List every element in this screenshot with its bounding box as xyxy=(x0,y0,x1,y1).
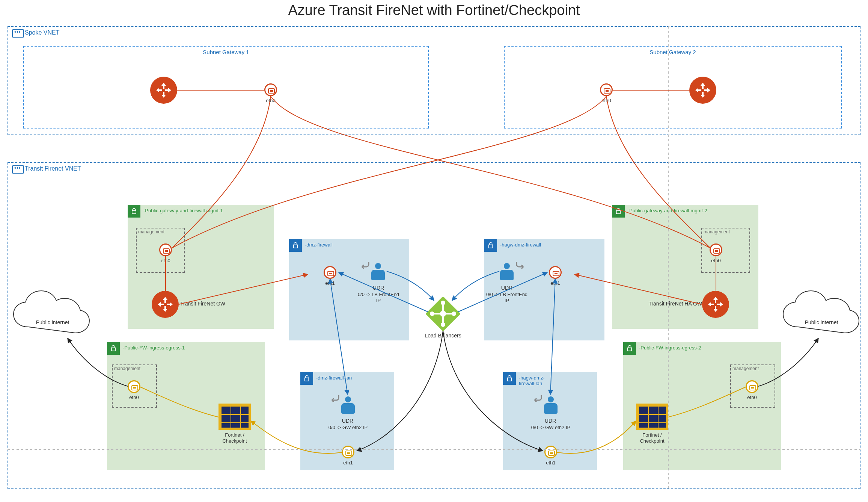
udr-lan-text-1: 0/0 -> GW eth2 IP xyxy=(324,425,372,431)
load-balancer-label: Load Balancers xyxy=(417,333,469,339)
ingress1-eth0-iface xyxy=(128,380,140,393)
firewall-1 xyxy=(219,404,251,430)
transit-gw-label: Transit FireNet GW xyxy=(180,301,240,307)
lock-badge xyxy=(128,205,140,218)
svg-point-25 xyxy=(442,323,445,326)
subnet-gateway-2: Subnet Gateway 2 xyxy=(504,46,842,129)
transit-gw-eth0-icon xyxy=(159,243,172,256)
udr-icon-1 xyxy=(370,263,386,282)
transit-gw-ha-eth0-icon xyxy=(710,243,722,256)
lock-badge xyxy=(484,239,497,252)
udr-text-2: 0/0 -> LB FrontEnd IP xyxy=(484,292,529,303)
transit-vnet-label: Transit Firenet VNET xyxy=(25,165,81,172)
svg-rect-11 xyxy=(555,273,558,274)
load-balancer-icon xyxy=(426,297,460,331)
lock-badge xyxy=(623,342,636,355)
dmz1-eth1-label: eth1 xyxy=(324,280,336,286)
internet-cloud-right xyxy=(779,289,862,338)
sg-mgmt-2-label: -Public-gateway-and-firewall-mgmt-2 xyxy=(628,208,707,213)
svg-rect-1 xyxy=(270,90,273,92)
mgmt-label-2: management xyxy=(704,229,730,234)
udr-text-1: 0/0 -> LB FrontEnd IP xyxy=(356,292,401,303)
udr-lan-icon-2 xyxy=(542,396,559,415)
ingress2-eth0-label: eth0 xyxy=(746,395,758,400)
internet-cloud-left xyxy=(10,289,92,338)
svg-point-27 xyxy=(431,312,434,315)
spoke1-eth0-label: eth0 xyxy=(265,98,276,103)
dmz2-eth1-label: eth1 xyxy=(550,280,561,286)
transit-gw-ha-label: Transit FireNet HA GW xyxy=(634,301,702,307)
lock-badge xyxy=(107,342,120,355)
sg-ingress-1-label: -Public-FW-ingress-egress-1 xyxy=(123,345,185,351)
diagram-canvas: Azure Transit FireNet with Fortinet/Chec… xyxy=(0,0,868,502)
dmz-firewall-lan-2-label: -hagw-dmz-firewall-lan xyxy=(519,375,560,386)
svg-rect-5 xyxy=(165,250,168,252)
svg-point-23 xyxy=(442,301,445,304)
spoke-vnet-box: Spoke VNET Subnet Gateway 1 Subnet Gatew… xyxy=(8,26,860,135)
transit-gw-eth0-label: eth0 xyxy=(160,258,171,263)
transit-gw-router xyxy=(152,291,179,318)
ingress1-eth0-label: eth0 xyxy=(128,395,140,400)
transit-gw-ha-eth0-label: eth0 xyxy=(710,258,722,263)
sg-ingress-2-label: -Public-FW-ingress-egress-2 xyxy=(639,345,701,351)
udr-title-2: UDR xyxy=(492,285,522,291)
subnet-gateway-1: Subnet Gateway 1 xyxy=(23,46,429,129)
subnet-gateway-1-label: Subnet Gateway 1 xyxy=(24,49,428,55)
firewall-1-label: Fortinet / Checkpoint xyxy=(214,432,255,444)
internet-left-label: Public internet xyxy=(26,319,79,325)
lock-badge xyxy=(300,372,313,385)
svg-rect-9 xyxy=(329,273,332,274)
vnet-icon xyxy=(12,165,24,174)
dmz-firewall-2-label: -hagw-dmz-firewall xyxy=(500,242,541,248)
udr-lan-icon-1 xyxy=(340,396,356,415)
vnet-icon xyxy=(12,29,24,38)
svg-rect-7 xyxy=(715,250,718,252)
svg-rect-15 xyxy=(550,452,553,454)
lan1-eth1-iface xyxy=(342,446,354,458)
mgmt-label-ingress-2: management xyxy=(732,366,759,371)
udr-icon-2 xyxy=(499,263,515,282)
sg-mgmt-1-label: -Public-gateway-and-firewall-mgmt-1 xyxy=(143,208,223,213)
firewall-2 xyxy=(636,404,668,430)
spoke-vnet-label: Spoke VNET xyxy=(25,29,59,36)
ingress2-eth0-iface xyxy=(746,380,758,393)
svg-rect-13 xyxy=(347,452,350,454)
mgmt-label-1: management xyxy=(138,229,164,234)
mgmt-label-ingress-1: management xyxy=(114,366,140,371)
lan1-eth1-label: eth1 xyxy=(342,460,354,466)
return-arrow-icon xyxy=(532,395,542,402)
spoke2-eth0-icon xyxy=(600,83,613,96)
diagram-title: Azure Transit FireNet with Fortinet/Chec… xyxy=(0,2,868,18)
dmz1-eth1-iface xyxy=(324,266,336,279)
spoke-router-1 xyxy=(150,77,177,104)
transit-gw-ha-router xyxy=(702,291,729,318)
lock-badge xyxy=(289,239,302,252)
dmz-firewall-lan-1-label: -dmz-firewall-lan xyxy=(316,375,352,381)
firewall-2-label: Fortinet / Checkpoint xyxy=(631,432,673,444)
svg-rect-17 xyxy=(133,387,136,389)
lan2-eth1-iface xyxy=(544,446,557,458)
svg-rect-19 xyxy=(751,387,754,389)
internet-right-label: Public internet xyxy=(795,319,848,325)
spoke-router-2 xyxy=(689,77,716,104)
spoke2-eth0-label: eth0 xyxy=(601,98,612,103)
return-arrow-icon xyxy=(330,395,339,402)
lock-badge xyxy=(612,205,625,218)
spoke1-eth0-icon xyxy=(264,83,277,96)
svg-point-29 xyxy=(452,312,455,315)
udr-lan-title-2: UDR xyxy=(535,418,565,424)
subnet-gateway-2-label: Subnet Gateway 2 xyxy=(505,49,841,55)
dmz2-eth1-iface xyxy=(549,266,562,279)
udr-title-1: UDR xyxy=(363,285,393,291)
lock-badge xyxy=(503,372,516,385)
mgmt-box-2: management xyxy=(701,228,750,273)
udr-lan-title-1: UDR xyxy=(333,418,363,424)
return-arrow-icon xyxy=(360,261,369,269)
udr-lan-text-2: 0/0 -> GW eth2 IP xyxy=(526,425,575,431)
return-arrow-icon xyxy=(516,261,526,269)
svg-rect-3 xyxy=(606,90,609,92)
dmz-firewall-1-label: -dmz-firewall xyxy=(305,242,333,248)
lan2-eth1-label: eth1 xyxy=(545,460,556,466)
